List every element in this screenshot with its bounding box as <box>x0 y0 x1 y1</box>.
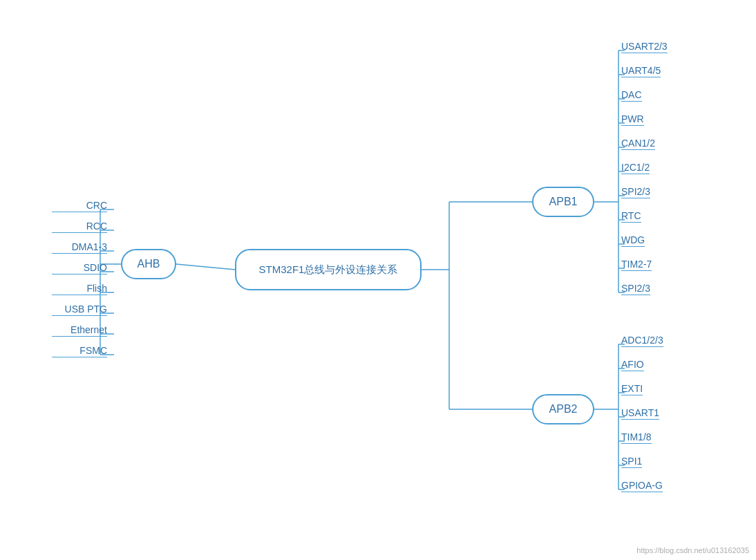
ahb-item-5: USB PTG <box>52 304 107 316</box>
apb2-item-1: AFIO <box>621 359 644 371</box>
apb1-item-10: SPI2/3 <box>621 283 650 295</box>
ahb-item-3: SDIO <box>52 262 107 274</box>
ahb-item-6: Ethernet <box>52 324 107 337</box>
ahb-item-4: Flish <box>52 283 107 295</box>
diagram: STM32F1总线与外设连接关系AHBAPB1APB2CRCRCCDMA1-3S… <box>0 0 756 560</box>
apb2-item-5: SPI1 <box>621 456 642 468</box>
apb2-item-6: GPIOA-G <box>621 480 663 492</box>
ahb-item-7: FSMC <box>52 345 107 357</box>
ahb-box: AHB <box>121 249 176 279</box>
ahb-item-0: CRC <box>52 200 107 212</box>
ahb-item-2: DMA1-3 <box>52 241 107 254</box>
apb1-item-0: USART2/3 <box>621 41 668 53</box>
apb1-item-2: DAC <box>621 89 642 102</box>
apb1-item-7: RTC <box>621 210 641 223</box>
apb2-item-0: ADC1/2/3 <box>621 335 663 347</box>
watermark: https://blog.csdn.net/u013162035 <box>636 546 749 554</box>
apb1-item-9: TIM2-7 <box>621 259 652 271</box>
apb1-item-3: PWR <box>621 113 644 126</box>
svg-line-10 <box>176 264 235 270</box>
ahb-item-1: RCC <box>52 221 107 233</box>
apb1-item-1: UART4/5 <box>621 65 661 77</box>
apb2-item-3: USART1 <box>621 407 659 420</box>
apb1-item-6: SPI2/3 <box>621 186 650 198</box>
apb1-box: APB1 <box>532 187 594 217</box>
apb1-item-8: WDG <box>621 234 645 247</box>
apb2-item-4: TIM1/8 <box>621 431 652 444</box>
center-box: STM32F1总线与外设连接关系 <box>235 249 422 290</box>
apb1-item-5: I2C1/2 <box>621 162 650 174</box>
apb2-item-2: EXTI <box>621 383 643 395</box>
apb2-box: APB2 <box>532 394 594 424</box>
apb1-item-4: CAN1/2 <box>621 138 655 150</box>
